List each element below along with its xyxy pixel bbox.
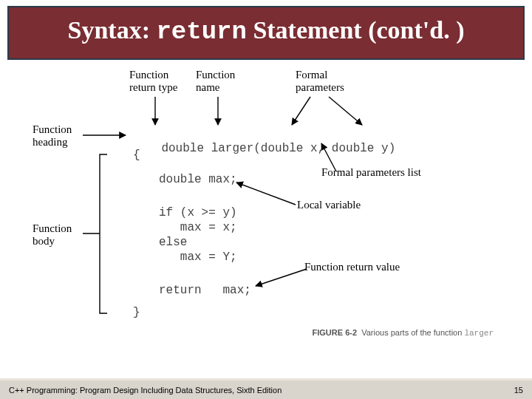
- footer-text: C++ Programming: Program Design Includin…: [9, 386, 282, 395]
- label-function-body: Functionbody: [33, 222, 72, 248]
- title-pre: Syntax:: [67, 16, 156, 44]
- title-mono: return: [156, 18, 246, 46]
- label-function-heading: Functionheading: [33, 123, 72, 149]
- svg-line-6: [236, 183, 296, 205]
- svg-line-2: [292, 97, 310, 125]
- code-if-body: max = x;: [159, 221, 237, 234]
- function-diagram: Functionreturn type Functionname Formalp…: [30, 66, 502, 339]
- slide-title-bar: Syntax: return Statement (cont'd. ): [7, 6, 525, 60]
- code-else: else: [159, 236, 187, 249]
- label-local-variable: Local variable: [297, 199, 361, 211]
- code-brace-open: {: [133, 149, 140, 162]
- code-local-decl: double max;: [159, 173, 237, 186]
- label-function-name: Functionname: [196, 69, 235, 95]
- label-formal-parameters: Formalparameters: [296, 69, 344, 95]
- svg-line-3: [329, 97, 362, 125]
- title-post: Statement (cont'd. ): [247, 16, 465, 44]
- arrows-svg: [30, 66, 502, 339]
- page-number: 15: [514, 386, 523, 395]
- svg-line-7: [256, 269, 307, 286]
- code-if: if (x >= y): [159, 206, 237, 219]
- label-return-value: Function return value: [304, 261, 400, 273]
- code-else-body: max = Y;: [159, 250, 237, 264]
- figure-caption: FIGURE 6-2 Various parts of the function…: [313, 328, 494, 338]
- label-return-type: Functionreturn type: [129, 69, 177, 95]
- slide-title: Syntax: return Statement (cont'd. ): [21, 15, 511, 48]
- code-brace-close: }: [133, 306, 140, 319]
- code-signature: double larger(double x, double y): [133, 129, 395, 169]
- footer-bar: C++ Programming: Program Design Includin…: [0, 378, 532, 399]
- code-return: return max;: [159, 284, 251, 297]
